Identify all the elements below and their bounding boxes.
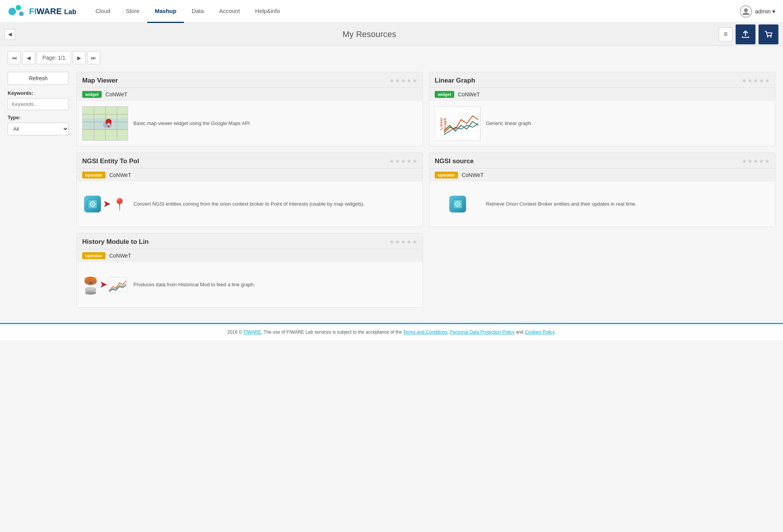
card-stars: ★ ★ ★ ★ ★ (389, 77, 417, 84)
nav-cloud[interactable]: Cloud (88, 0, 118, 23)
pagination-bar: ⏮ ◀ Page: 1/1 ▶ ⏭ (0, 46, 783, 68)
card-meta: operator CoNWeT (77, 249, 422, 262)
sidebar: Refresh Keywords: Type: All Widget Opera… (8, 72, 69, 308)
card-description: Retrieve Orion Context Broker entities a… (486, 200, 637, 208)
card-title: Map Viewer (82, 77, 118, 84)
card-thumbnail: LinearGraph (435, 106, 481, 141)
keywords-input[interactable] (8, 98, 69, 110)
card-header: History Module to Lin ★ ★ ★ ★ ★ (77, 234, 422, 249)
svg-point-4 (767, 36, 768, 37)
navbar: FIWARE Lab Cloud Store Mashup Data Accou… (0, 0, 783, 23)
keywords-label: Keywords: (8, 90, 69, 96)
radio-svg (83, 274, 98, 286)
cart-button[interactable] (759, 24, 778, 44)
last-page-button[interactable]: ⏭ (87, 51, 100, 64)
svg-point-5 (770, 36, 772, 37)
resource-card-linear-graph[interactable]: Linear Graph ★ ★ ★ ★ ★ widget CoNWeT Lin… (429, 72, 775, 146)
db-svg (84, 287, 97, 295)
card-meta: widget CoNWeT (429, 88, 775, 101)
cube-svg (452, 198, 464, 210)
card-stars: ★ ★ ★ ★ ★ (389, 158, 417, 165)
user-menu[interactable]: admin ▾ (740, 5, 775, 18)
card-vendor: CoNWeT (109, 253, 131, 259)
card-meta: operator CoNWeT (77, 169, 422, 182)
first-page-button[interactable]: ⏮ (8, 51, 21, 64)
card-body: LinearGraph (429, 101, 775, 146)
card-body: ➤ Produces data from Historical Mod to f… (77, 262, 422, 307)
svg-point-42 (85, 292, 96, 295)
card-title: Linear Graph (435, 77, 475, 84)
footer-privacy-link[interactable]: Personal Data Protection Policy (450, 329, 515, 335)
type-select[interactable]: All Widget Operator Mashup (8, 123, 69, 135)
card-stars: ★ ★ ★ ★ ★ (742, 158, 770, 165)
card-stars: ★ ★ ★ ★ ★ (742, 77, 770, 84)
cart-icon (764, 30, 773, 39)
card-header: Map Viewer ★ ★ ★ ★ ★ (77, 72, 422, 88)
next-page-button[interactable]: ▶ (73, 51, 86, 64)
resource-grid: Map Viewer ★ ★ ★ ★ ★ widget CoNWeT (76, 72, 775, 308)
widget-badge: widget (82, 91, 102, 98)
main-content: Refresh Keywords: Type: All Widget Opera… (0, 68, 783, 315)
page-label: Page: 1/1 (37, 51, 71, 64)
user-icon (742, 7, 750, 16)
footer-copyright: 2016 © (227, 329, 243, 335)
nav-account[interactable]: Account (211, 0, 247, 23)
arrow-icon: ➤ (100, 280, 107, 290)
nav-helpinfo[interactable]: Help&info (247, 0, 288, 23)
card-title: History Module to Lin (82, 238, 149, 246)
upload-button[interactable] (736, 24, 755, 44)
refresh-button[interactable]: Refresh (8, 72, 69, 85)
menu-button[interactable]: ≡ (719, 28, 733, 41)
arrow-icon: ➤ (103, 199, 110, 209)
logo: FIWARE Lab (8, 2, 76, 21)
footer-cookies-link[interactable]: Cookies Policy (525, 329, 554, 335)
resource-card-ngsi-source[interactable]: NGSI source ★ ★ ★ ★ ★ operator CoNWeT (429, 152, 775, 227)
card-stars: ★ ★ ★ ★ ★ (389, 238, 417, 245)
footer-text4: . (554, 329, 556, 335)
card-description: Generic linear graph. (486, 120, 532, 127)
card-thumbnail: ➤ (82, 268, 128, 302)
footer-terms-link[interactable]: Terms and Conditions (403, 329, 447, 335)
card-vendor: CoNWeT (462, 172, 484, 178)
page-title: My Resources (20, 29, 719, 39)
footer-fiware-link[interactable]: FIWARE (244, 329, 261, 335)
resource-card-map-viewer[interactable]: Map Viewer ★ ★ ★ ★ ★ widget CoNWeT (76, 72, 423, 146)
graph-image: LinearGraph (435, 106, 481, 141)
svg-rect-39 (89, 282, 92, 284)
fiware-logo-icon (8, 2, 26, 21)
back-button[interactable]: ◀ (5, 29, 15, 40)
history-left-icons (83, 274, 98, 295)
card-vendor: CoNWeT (106, 91, 127, 97)
svg-point-3 (744, 8, 748, 12)
ngsi-entity-image: ➤ 📍 (82, 187, 128, 221)
widget-badge: widget (435, 91, 454, 98)
footer-text3: and (515, 329, 525, 335)
ngsi-source-cube-icon (449, 196, 466, 212)
card-thumbnail (435, 187, 481, 221)
map-image (82, 106, 128, 141)
logo-text: FIWARE Lab (29, 6, 76, 16)
nav-mashup[interactable]: Mashup (147, 0, 184, 23)
history-image: ➤ (82, 268, 128, 302)
ngsi-source-image (435, 187, 481, 221)
operator-badge: operator (82, 172, 106, 178)
upload-icon (741, 30, 750, 39)
prev-page-button[interactable]: ◀ (22, 51, 35, 64)
card-thumbnail: ➤ 📍 (82, 187, 128, 221)
card-body: ➤ 📍 Convert NGSI entities coming from th… (77, 182, 422, 227)
graph-label: LinearGraph (439, 117, 447, 130)
location-pin-icon: 📍 (112, 198, 127, 211)
ngsi-cube-icon (84, 196, 101, 212)
svg-point-15 (107, 123, 110, 125)
svg-point-1 (16, 5, 21, 10)
resource-card-ngsi-entity[interactable]: NGSI Entity To Pol ★ ★ ★ ★ ★ operator Co… (76, 152, 423, 227)
card-description: Basic map viewer widget using the Google… (133, 120, 250, 127)
map-svg (83, 107, 128, 141)
card-body: Basic map viewer widget using the Google… (77, 101, 422, 146)
nav-data[interactable]: Data (184, 0, 211, 23)
svg-point-0 (8, 8, 16, 15)
nav-store[interactable]: Store (118, 0, 147, 23)
svg-point-43 (85, 287, 96, 290)
resource-card-history[interactable]: History Module to Lin ★ ★ ★ ★ ★ operator… (76, 233, 423, 308)
card-meta: widget CoNWeT (77, 88, 422, 101)
